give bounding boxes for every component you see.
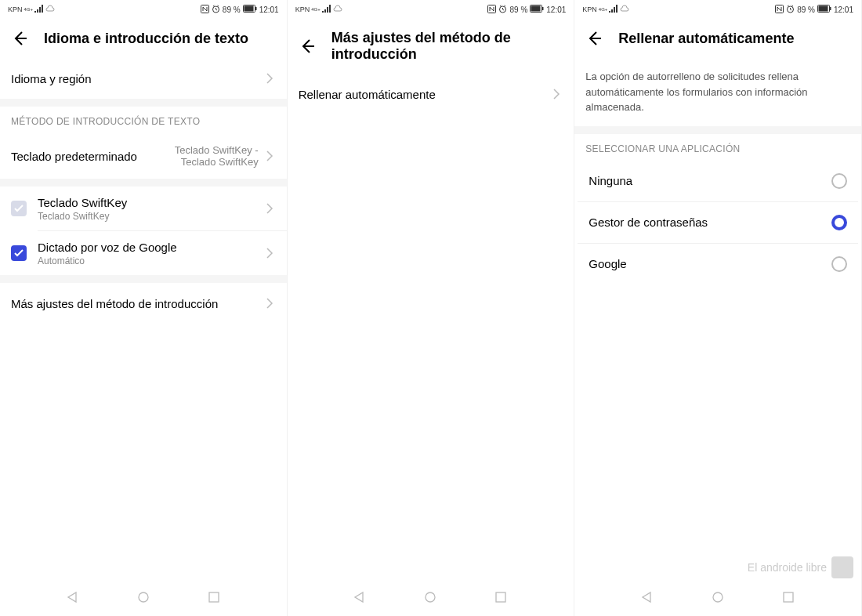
- default-keyboard-item[interactable]: Teclado predeterminado Teclado SwiftKey …: [0, 133, 287, 179]
- network-type: 4G+: [599, 7, 608, 12]
- back-button[interactable]: [299, 38, 316, 55]
- svg-rect-18: [830, 7, 831, 10]
- chevron-right-icon: [263, 247, 276, 259]
- nav-recent-button[interactable]: [781, 589, 796, 605]
- svg-rect-17: [818, 6, 828, 12]
- navigation-bar: [574, 578, 861, 616]
- status-left: KPN 4G+: [8, 5, 55, 14]
- svg-rect-20: [784, 592, 793, 602]
- swiftkey-item[interactable]: Teclado SwiftKey Teclado SwiftKey: [0, 187, 287, 230]
- header: Más ajustes del método de introducción: [288, 19, 574, 74]
- header: Idioma e introducción de texto: [0, 19, 287, 58]
- nav-back-button[interactable]: [65, 589, 81, 605]
- language-region-label: Idioma y región: [11, 72, 92, 85]
- nfc-icon: [775, 5, 784, 15]
- page-title: Rellenar automáticamente: [618, 31, 794, 47]
- checkbox-checked-icon[interactable]: [11, 245, 27, 261]
- status-bar: KPN 4G+ 89 % 12:01: [574, 0, 861, 19]
- nav-home-button[interactable]: [422, 589, 438, 605]
- screen-language-input: KPN 4G+ 89 % 12:01 Idioma e introducción…: [0, 0, 288, 616]
- carrier-label: KPN: [582, 5, 597, 13]
- radio-option-google[interactable]: Google: [578, 244, 858, 284]
- default-keyboard-label: Teclado predeterminado: [11, 150, 137, 163]
- android-mascot-icon: [831, 556, 853, 578]
- svg-point-19: [713, 592, 723, 602]
- nav-back-button[interactable]: [352, 589, 368, 605]
- language-region-item[interactable]: Idioma y región: [0, 58, 287, 99]
- signal-icon: [322, 5, 331, 14]
- more-input-settings-label: Más ajustes del método de introducción: [11, 297, 218, 310]
- cloud-icon: [45, 5, 55, 14]
- autofill-item[interactable]: Rellenar automáticamente: [288, 74, 574, 114]
- radio-label-none: Ninguna: [589, 174, 632, 187]
- checkbox-checked-disabled-icon[interactable]: [11, 201, 27, 216]
- battery-percent: 89 %: [223, 5, 241, 14]
- page-title: Más ajustes del método de introducción: [331, 30, 563, 63]
- status-right: 89 % 12:01: [775, 5, 853, 15]
- divider: [0, 99, 287, 107]
- status-left: KPN 4G+: [295, 5, 342, 14]
- radio-label-password: Gestor de contraseñas: [589, 216, 708, 229]
- svg-rect-6: [209, 592, 219, 602]
- divider: [0, 275, 287, 283]
- swiftkey-title: Teclado SwiftKey: [38, 196, 248, 209]
- navigation-bar: [288, 578, 574, 616]
- time-label: 12:01: [546, 5, 566, 14]
- chevron-right-icon: [263, 202, 276, 215]
- svg-point-5: [139, 592, 148, 602]
- radio-option-none[interactable]: Ninguna: [578, 161, 858, 202]
- chevron-right-icon: [550, 88, 563, 100]
- more-input-settings-item[interactable]: Más ajustes del método de introducción: [0, 283, 287, 324]
- radio-unselected-icon[interactable]: [831, 173, 847, 189]
- nav-recent-button[interactable]: [493, 589, 509, 605]
- status-bar: KPN 4G+ 89 % 12:01: [0, 0, 287, 19]
- cloud-icon: [333, 5, 342, 14]
- svg-rect-11: [542, 7, 544, 10]
- battery-icon: [817, 5, 831, 14]
- svg-rect-3: [244, 6, 253, 12]
- battery-icon: [243, 5, 257, 14]
- svg-rect-4: [255, 7, 257, 10]
- battery-percent: 89 %: [509, 5, 527, 14]
- nfc-icon: [487, 5, 496, 15]
- nav-back-button[interactable]: [639, 589, 655, 605]
- carrier-label: KPN: [8, 5, 23, 13]
- section-header-select-app: SELECCIONAR UNA APLICACIÓN: [574, 134, 861, 161]
- screen-more-input-settings: KPN 4G+ 89 % 12:01 Más ajustes del métod…: [288, 0, 575, 616]
- radio-option-password-manager[interactable]: Gestor de contraseñas: [578, 202, 858, 244]
- google-voice-title: Dictado por voz de Google: [38, 241, 248, 254]
- network-type: 4G+: [24, 7, 34, 12]
- battery-percent: 89 %: [797, 5, 815, 14]
- signal-icon: [609, 5, 618, 14]
- nav-home-button[interactable]: [136, 589, 151, 605]
- alarm-icon: [212, 5, 220, 15]
- navigation-bar: [0, 578, 287, 616]
- google-voice-sub: Automático: [38, 255, 248, 266]
- time-label: 12:01: [834, 5, 853, 14]
- nfc-icon: [201, 5, 209, 15]
- radio-label-google: Google: [589, 257, 626, 270]
- time-label: 12:01: [259, 5, 279, 14]
- nav-home-button[interactable]: [710, 589, 726, 605]
- status-bar: KPN 4G+ 89 % 12:01: [288, 0, 574, 19]
- alarm-icon: [498, 5, 507, 15]
- svg-rect-10: [531, 6, 541, 12]
- google-voice-item[interactable]: Dictado por voz de Google Automático: [0, 231, 287, 275]
- screen-autofill: KPN 4G+ 89 % 12:01 Rellenar automáticame…: [574, 0, 862, 616]
- radio-unselected-icon[interactable]: [831, 256, 847, 272]
- radio-selected-icon[interactable]: [831, 215, 847, 230]
- carrier-label: KPN: [295, 5, 310, 13]
- alarm-icon: [786, 5, 795, 15]
- nav-recent-button[interactable]: [206, 589, 222, 605]
- svg-point-12: [426, 592, 435, 602]
- status-right: 89 % 12:01: [487, 5, 566, 15]
- section-header-input: MÉTODO DE INTRODUCCIÓN DE TEXTO: [0, 107, 287, 133]
- default-keyboard-value: Teclado SwiftKey - Teclado SwiftKey: [141, 144, 259, 168]
- back-button[interactable]: [585, 30, 603, 47]
- chevron-right-icon: [263, 150, 276, 162]
- battery-icon: [530, 5, 544, 14]
- back-button[interactable]: [11, 30, 28, 47]
- watermark-text: El androide libre: [748, 561, 827, 574]
- divider: [0, 179, 287, 187]
- autofill-label: Rellenar automáticamente: [299, 88, 436, 101]
